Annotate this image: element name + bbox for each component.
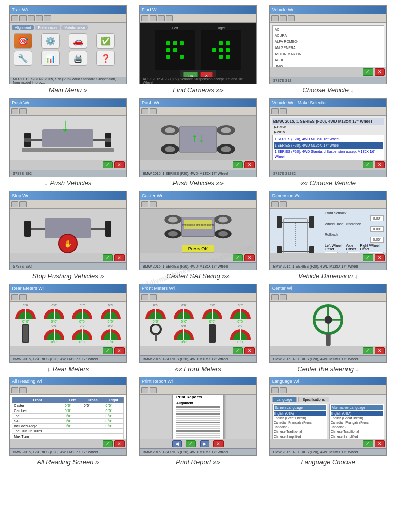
toolbar-btn-sp2[interactable] — [19, 201, 27, 207]
lang-item-alt[interactable]: English (Great Britain) — [331, 416, 383, 420]
tab-specifications[interactable]: Specifications — [298, 397, 329, 402]
toolbar-btn-fc3[interactable] — [158, 15, 165, 21]
lang-item[interactable]: Canadian Français (French Canadian) — [274, 420, 326, 429]
toolbar-btn-ar1[interactable] — [11, 387, 18, 393]
toolbar-btn-fc2[interactable] — [150, 15, 157, 21]
cancel-btn-cv1[interactable] — [375, 68, 385, 76]
icon-chart[interactable]: 📊 — [41, 51, 60, 66]
toolbar-btn-fm2[interactable] — [150, 294, 157, 300]
toolbar-btn-cv21[interactable] — [271, 108, 279, 114]
cancel-btn-pv1[interactable] — [114, 161, 125, 168]
vehicle-item[interactable]: AM GENERAL — [274, 45, 383, 51]
cancel-btn-cst[interactable] — [375, 347, 385, 354]
toolbar-btn-cv1[interactable] — [271, 15, 279, 21]
prev-btn-pr[interactable]: ◀ — [172, 440, 182, 447]
cancel-btn-pr[interactable] — [213, 440, 224, 447]
toolbar-btn-1[interactable] — [11, 15, 18, 21]
toolbar-btn-cv22[interactable] — [280, 108, 287, 114]
confirm-btn-rm[interactable] — [103, 347, 113, 354]
next-btn-pr[interactable]: ▶ — [200, 440, 209, 447]
cancel-btn-pv2[interactable] — [244, 161, 255, 168]
vehicle-item[interactable]: AUDI — [274, 57, 383, 63]
confirm-btn-pr[interactable] — [186, 440, 196, 447]
toolbar-btn-4[interactable] — [36, 15, 43, 21]
lang-item-alt[interactable]: English (USA) — [331, 411, 383, 416]
toolbar-btn-cs1[interactable] — [141, 201, 148, 207]
icon-tool[interactable]: 🔧 — [14, 51, 32, 66]
confirm-btn-cs[interactable] — [233, 254, 243, 261]
lang-item[interactable]: English (Great Britain) — [274, 416, 326, 420]
toolbar-btn-pv21[interactable] — [141, 108, 148, 114]
confirm-btn-lc[interactable] — [363, 440, 373, 447]
toolbar-btn-pr1[interactable] — [141, 387, 148, 393]
toolbar-btn-lc1[interactable] — [271, 387, 279, 393]
confirm-btn-cv1[interactable] — [363, 68, 373, 76]
cancel-button[interactable]: ✕ — [200, 72, 213, 77]
tab-maintenance[interactable]: Maintenance — [61, 25, 88, 30]
toolbar-btn-ar2[interactable] — [19, 387, 27, 393]
tab-language[interactable]: Language — [272, 397, 297, 402]
lang-item[interactable]: English (USA) — [274, 411, 326, 416]
cancel-btn-rm[interactable] — [114, 347, 125, 354]
confirm-btn-sp[interactable] — [103, 254, 113, 261]
lang-item-alt[interactable]: Chinese Traditional — [331, 429, 383, 434]
toolbar-btn-fc4[interactable] — [166, 15, 173, 21]
confirm-btn-vd[interactable] — [363, 254, 373, 261]
toolbar-btn-lc2[interactable] — [280, 387, 287, 393]
toolbar-btn-2[interactable] — [19, 15, 27, 21]
vehicle-item-2[interactable]: 1 SERIES (F20), 4WD M135X 16" Wheel — [274, 136, 383, 142]
confirm-btn-cv2[interactable] — [363, 161, 373, 168]
confirm-btn-pv2[interactable] — [233, 161, 243, 168]
icon-print[interactable]: 🖨️ — [69, 51, 87, 66]
vehicle-list[interactable]: AC ACURA ALFA ROMEO AM GENERAL ASTON MAR… — [272, 25, 384, 67]
icon-car[interactable]: 🚗 — [69, 33, 87, 49]
lang-item-alt[interactable]: Chinese Simplified — [331, 434, 383, 439]
lang-item-alt[interactable]: Canadian Français (French Canadian) — [331, 420, 383, 429]
toolbar-btn-fc1[interactable] — [141, 15, 148, 21]
toolbar-btn-cv2[interactable] — [280, 15, 287, 21]
toolbar-btn-rm2[interactable] — [19, 294, 27, 300]
toolbar-btn-5[interactable] — [44, 15, 51, 21]
toolbar-btn-pr2[interactable] — [150, 387, 157, 393]
toolbar-btn-pv22[interactable] — [150, 108, 157, 114]
cancel-btn-fm[interactable] — [244, 347, 255, 354]
vehicle-item[interactable]: AC — [274, 27, 383, 33]
vehicle-item[interactable]: ALFA ROMEO — [274, 39, 383, 45]
vehicle-item-2[interactable]: 1 SERIES (F20), 4WD Standard Suspension … — [274, 149, 383, 160]
toolbar-btn-cst1[interactable] — [271, 294, 279, 300]
icon-help[interactable]: ❓ — [96, 51, 115, 66]
vehicle-list-2[interactable]: 1 SERIES (F20), 4WD M135X 16" Wheel 1 SE… — [272, 135, 384, 160]
toolbar-btn-rm1[interactable] — [11, 294, 18, 300]
tab-preferences[interactable]: Preferences — [35, 25, 60, 30]
cancel-btn-vd[interactable] — [375, 254, 385, 261]
vehicle-item[interactable]: ASTON MARTIN — [274, 51, 383, 57]
cancel-btn-lc[interactable] — [375, 440, 385, 447]
icon-settings[interactable]: ⚙️ — [41, 33, 60, 49]
lang-item[interactable]: Chinese Traditional — [274, 429, 326, 434]
toolbar-btn-vd2[interactable] — [280, 201, 287, 207]
vehicle-item[interactable]: ACURA — [274, 33, 383, 39]
confirm-btn-cst[interactable] — [363, 347, 373, 354]
toolbar-btn-cs2[interactable] — [150, 201, 157, 207]
toolbar-btn-cst2[interactable] — [280, 294, 287, 300]
toolbar-btn-sp1[interactable] — [11, 201, 18, 207]
toolbar-btn-fm1[interactable] — [141, 294, 148, 300]
cancel-btn-cv2[interactable] — [375, 161, 385, 168]
toolbar-btn-cv3[interactable] — [288, 15, 295, 21]
cancel-btn-cs[interactable] — [244, 254, 255, 261]
confirm-btn-fm[interactable] — [233, 347, 243, 354]
cancel-btn-sp[interactable] — [114, 254, 125, 261]
tab-alignment[interactable]: Alignment — [12, 25, 34, 30]
confirm-btn-pv1[interactable] — [103, 161, 113, 168]
toolbar-btn-vd1[interactable] — [271, 201, 279, 207]
lang-item[interactable]: Chinese Simplified — [274, 434, 326, 439]
icon-check[interactable]: ✅ — [96, 33, 115, 49]
ok-button[interactable]: OK — [183, 72, 199, 77]
toolbar-btn-pv2[interactable] — [19, 108, 27, 114]
icon-wheel[interactable]: 🎯 — [14, 33, 32, 49]
toolbar-btn-pv1[interactable] — [11, 108, 18, 114]
cancel-btn-ar[interactable] — [114, 440, 125, 447]
confirm-btn-ar[interactable] — [103, 440, 113, 447]
toolbar-btn-3[interactable] — [28, 15, 35, 21]
vehicle-item-2-selected[interactable]: 1 SERIES (F20), 4WD M135X 17" Wheel — [274, 142, 383, 149]
